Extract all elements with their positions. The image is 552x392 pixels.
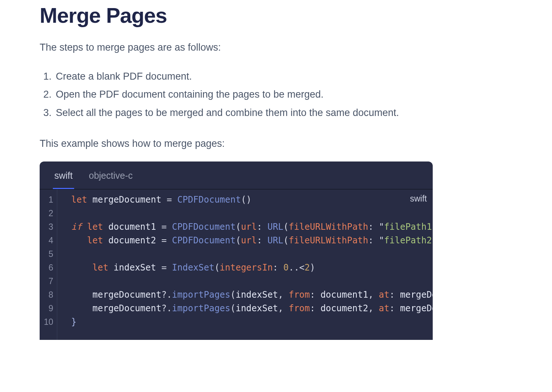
line-number: 7 — [40, 275, 57, 288]
list-item: Open the PDF document containing the pag… — [43, 86, 472, 104]
intro-text: The steps to merge pages are as follows: — [40, 40, 472, 55]
code-content: let mergeDocument = CPDFDocument() if le… — [57, 193, 433, 329]
code-scroll[interactable]: let mergeDocument = CPDFDocument() if le… — [57, 189, 433, 340]
list-item: Create a blank PDF document. — [43, 68, 472, 86]
line-number-gutter: 1 2 3 4 5 6 7 8 9 10 — [40, 189, 57, 340]
tab-swift[interactable]: swift — [54, 162, 73, 188]
line-number: 8 — [40, 288, 57, 302]
page-title: Merge Pages — [40, 3, 472, 28]
line-number: 10 — [40, 315, 57, 329]
tab-objective-c[interactable]: objective-c — [89, 162, 133, 188]
example-intro-text: This example shows how to merge pages: — [40, 136, 472, 151]
code-body: 1 2 3 4 5 6 7 8 9 10 let mergeDocument =… — [40, 189, 433, 340]
line-number: 2 — [40, 207, 57, 220]
code-panel: swift objective-c swift 1 2 3 4 5 6 7 8 … — [40, 161, 433, 340]
steps-list: Create a blank PDF document. Open the PD… — [43, 68, 472, 123]
line-number: 3 — [40, 220, 57, 234]
line-number: 1 — [40, 193, 57, 207]
list-item: Select all the pages to be merged and co… — [43, 104, 472, 122]
line-number: 5 — [40, 247, 57, 261]
code-tabs: swift objective-c — [40, 161, 433, 189]
line-number: 9 — [40, 302, 57, 315]
line-number: 4 — [40, 234, 57, 247]
line-number: 6 — [40, 261, 57, 275]
